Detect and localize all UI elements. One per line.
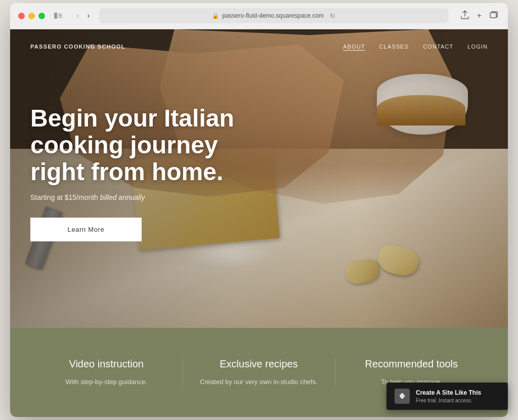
browser-chrome: ‹ › 🔒 passero-fluid-demo.squarespace.com… — [10, 3, 508, 29]
lock-icon: 🔒 — [212, 13, 219, 19]
svg-rect-0 — [54, 13, 57, 19]
feature-recipes: Exclusive recipes Created by our very ow… — [183, 358, 335, 387]
forward-button[interactable]: › — [84, 9, 93, 22]
hero-subtext-italic: billed annually — [100, 193, 145, 201]
hero-subtext-prefix: Starting at $15/month — [30, 193, 100, 201]
feature-recipes-title: Exclusive recipes — [198, 358, 319, 370]
hero-content: Begin your Italian cooking journey right… — [10, 29, 508, 328]
squarespace-banner[interactable]: Create A Site Like This Free trial. Inst… — [386, 383, 508, 410]
squarespace-banner-text: Create A Site Like This Free trial. Inst… — [416, 389, 500, 404]
feature-video-desc: With step-by-step guidance. — [46, 377, 167, 387]
nav-link-classes[interactable]: CLASSES — [379, 44, 409, 50]
minimize-button[interactable] — [28, 13, 35, 19]
squarespace-banner-title: Create A Site Like This — [416, 389, 500, 397]
back-button[interactable]: ‹ — [73, 9, 82, 22]
site-logo: PASSERO COOKING SCHOOL — [30, 44, 125, 50]
browser-window: ‹ › 🔒 passero-fluid-demo.squarespace.com… — [10, 3, 508, 417]
browser-actions: + — [459, 8, 500, 23]
new-tab-button[interactable]: + — [475, 9, 484, 22]
svg-rect-2 — [58, 16, 62, 17]
site-navigation: PASSERO COOKING SCHOOL ABOUT CLASSES CON… — [10, 29, 508, 64]
feature-recipes-desc: Created by our very own in-studio chefs. — [198, 377, 319, 387]
share-button[interactable] — [459, 8, 471, 23]
website-content: PASSERO COOKING SCHOOL ABOUT CLASSES CON… — [10, 29, 508, 417]
squarespace-banner-subtitle: Free trial. Instant access. — [416, 398, 500, 403]
feature-video: Video instruction With step-by-step guid… — [30, 358, 183, 387]
close-button[interactable] — [18, 13, 25, 19]
nav-links: ABOUT CLASSES CONTACT LOGIN — [343, 44, 488, 50]
svg-rect-3 — [58, 17, 62, 18]
address-bar[interactable]: 🔒 passero-fluid-demo.squarespace.com ↻ — [99, 8, 449, 23]
feature-video-title: Video instruction — [46, 358, 167, 370]
nav-link-about[interactable]: ABOUT — [343, 44, 365, 50]
svg-rect-1 — [58, 14, 62, 15]
learn-more-button[interactable]: Learn More — [30, 218, 142, 241]
sidebar-toggle-button[interactable] — [51, 9, 65, 23]
squarespace-logo — [395, 389, 410, 404]
hero-subtext: Starting at $15/month billed annually — [30, 193, 488, 201]
hero-section: PASSERO COOKING SCHOOL ABOUT CLASSES CON… — [10, 29, 508, 328]
windows-button[interactable] — [488, 9, 500, 22]
svg-rect-4 — [490, 13, 496, 18]
reload-button[interactable]: ↻ — [330, 12, 335, 20]
nav-link-login[interactable]: LOGIN — [467, 44, 488, 50]
hero-headline: Begin your Italian cooking journey right… — [30, 105, 243, 185]
maximize-button[interactable] — [38, 13, 45, 19]
traffic-lights — [18, 13, 45, 19]
nav-link-contact[interactable]: CONTACT — [423, 44, 453, 50]
nav-controls: ‹ › — [73, 9, 93, 22]
feature-tools-title: Recommended tools — [351, 358, 472, 370]
url-text: passero-fluid-demo.squarespace.com — [222, 12, 324, 19]
